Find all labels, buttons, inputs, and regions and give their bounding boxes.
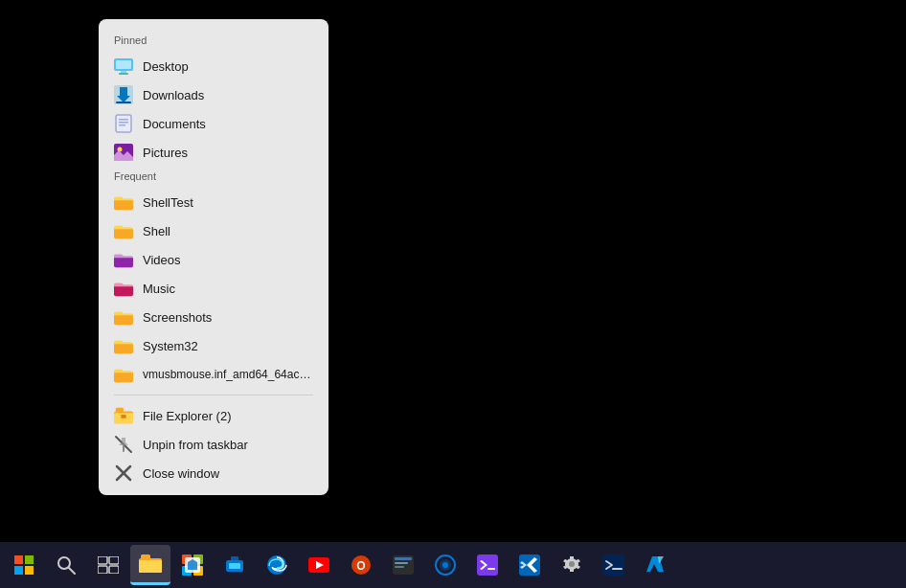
svg-rect-7 bbox=[119, 119, 128, 121]
containers-button[interactable] bbox=[215, 545, 255, 585]
menu-item-file-explorer-label: File Explorer (2) bbox=[143, 409, 231, 423]
settings-icon bbox=[561, 554, 582, 576]
menu-item-vmusbmouse[interactable]: vmusbmouse.inf_amd64_64ac7a0a... bbox=[99, 360, 328, 389]
store-icon bbox=[182, 554, 203, 576]
menu-item-unpin-label: Unpin from taskbar bbox=[143, 438, 248, 452]
file-explorer-taskbar-icon bbox=[139, 554, 162, 575]
settings-button[interactable] bbox=[552, 545, 592, 585]
vscode2-icon bbox=[519, 554, 540, 576]
task-view-icon bbox=[98, 556, 119, 574]
youtube-icon bbox=[308, 557, 329, 573]
svg-text:O: O bbox=[356, 559, 365, 573]
terminal-icon bbox=[603, 554, 624, 576]
menu-item-file-explorer[interactable]: File Explorer (2) bbox=[99, 401, 328, 430]
menu-item-close-window[interactable]: Close window bbox=[99, 459, 328, 487]
svg-rect-15 bbox=[121, 415, 125, 418]
shell-icon bbox=[114, 221, 133, 240]
menu-item-pictures-label: Pictures bbox=[143, 146, 188, 160]
svg-rect-9 bbox=[119, 124, 125, 126]
pictures-icon bbox=[114, 143, 133, 162]
svg-rect-39 bbox=[229, 563, 240, 569]
menu-item-shelltest[interactable]: ShellTest bbox=[99, 188, 328, 216]
menu-item-music-label: Music bbox=[143, 282, 175, 296]
menu-divider bbox=[114, 395, 313, 396]
svg-rect-20 bbox=[14, 555, 23, 564]
svg-rect-1 bbox=[116, 60, 131, 69]
svg-rect-8 bbox=[119, 122, 128, 124]
task-view-button[interactable] bbox=[88, 545, 128, 585]
taskbar: O bbox=[0, 542, 906, 588]
svg-rect-22 bbox=[14, 566, 23, 575]
svg-rect-57 bbox=[603, 554, 624, 576]
svg-rect-2 bbox=[121, 71, 126, 73]
cortana-icon bbox=[435, 554, 456, 576]
svg-rect-32 bbox=[141, 554, 150, 559]
azure-icon bbox=[646, 554, 667, 576]
search-icon bbox=[57, 555, 76, 575]
svg-rect-28 bbox=[98, 566, 107, 574]
svg-point-56 bbox=[569, 561, 575, 567]
cortana-button[interactable] bbox=[425, 545, 465, 585]
vscode2-button[interactable] bbox=[510, 545, 550, 585]
svg-rect-6 bbox=[116, 115, 131, 132]
menu-item-shelltest-label: ShellTest bbox=[143, 195, 193, 210]
edge-icon bbox=[266, 554, 287, 576]
file-explorer-taskbar-button[interactable] bbox=[130, 545, 170, 585]
app-icon bbox=[393, 555, 414, 575]
svg-rect-3 bbox=[119, 73, 128, 75]
menu-item-screenshots[interactable]: Screenshots bbox=[99, 303, 328, 331]
downloads-icon bbox=[114, 85, 133, 104]
menu-item-system32-label: System32 bbox=[143, 339, 198, 353]
svg-rect-47 bbox=[395, 557, 412, 560]
containers-icon bbox=[224, 554, 245, 576]
youtube-button[interactable] bbox=[299, 545, 339, 585]
unpin-icon bbox=[114, 435, 133, 454]
svg-rect-26 bbox=[98, 556, 107, 564]
menu-item-documents[interactable]: Documents bbox=[99, 109, 328, 138]
menu-item-shell[interactable]: Shell bbox=[99, 216, 328, 245]
svg-rect-31 bbox=[139, 560, 162, 573]
menu-item-desktop[interactable]: Desktop bbox=[99, 52, 328, 80]
menu-item-videos-label: Videos bbox=[143, 253, 181, 267]
svg-rect-49 bbox=[395, 566, 404, 568]
search-button[interactable] bbox=[46, 545, 86, 585]
start-button[interactable] bbox=[4, 545, 44, 585]
close-window-icon bbox=[114, 464, 133, 483]
menu-item-music[interactable]: Music bbox=[99, 274, 328, 303]
pinned-section-label: Pinned bbox=[99, 31, 328, 52]
menu-item-desktop-label: Desktop bbox=[143, 59, 189, 74]
system32-icon bbox=[114, 336, 133, 355]
menu-item-unpin[interactable]: Unpin from taskbar bbox=[99, 430, 328, 459]
store-button[interactable] bbox=[172, 545, 213, 585]
vscode-button[interactable] bbox=[467, 545, 508, 585]
edge-button[interactable] bbox=[257, 545, 297, 585]
music-icon bbox=[114, 279, 133, 298]
desktop-icon bbox=[114, 57, 133, 76]
azure-button[interactable] bbox=[636, 545, 676, 585]
menu-item-pictures[interactable]: Pictures bbox=[99, 138, 328, 167]
menu-item-screenshots-label: Screenshots bbox=[143, 310, 212, 325]
svg-rect-40 bbox=[231, 556, 238, 561]
menu-item-shell-label: Shell bbox=[143, 224, 170, 238]
menu-item-close-window-label: Close window bbox=[143, 466, 219, 481]
svg-point-52 bbox=[442, 562, 448, 568]
menu-item-system32[interactable]: System32 bbox=[99, 331, 328, 360]
app-button[interactable] bbox=[383, 545, 423, 585]
file-explorer-icon bbox=[114, 406, 133, 425]
svg-rect-23 bbox=[25, 566, 34, 575]
svg-rect-27 bbox=[109, 556, 119, 564]
videos-icon bbox=[114, 250, 133, 269]
svg-line-25 bbox=[69, 568, 75, 574]
svg-point-24 bbox=[58, 557, 70, 569]
screenshots-icon bbox=[114, 307, 133, 327]
shelltest-icon bbox=[114, 192, 133, 212]
menu-item-videos[interactable]: Videos bbox=[99, 245, 328, 274]
office-button[interactable]: O bbox=[341, 545, 381, 585]
menu-item-documents-label: Documents bbox=[143, 117, 206, 131]
terminal-button[interactable] bbox=[594, 545, 634, 585]
svg-rect-13 bbox=[114, 413, 133, 423]
menu-item-downloads[interactable]: Downloads bbox=[99, 80, 328, 109]
menu-item-vmusbmouse-label: vmusbmouse.inf_amd64_64ac7a0a... bbox=[143, 368, 313, 381]
svg-rect-54 bbox=[487, 568, 495, 570]
frequent-section-label: Frequent bbox=[99, 167, 328, 188]
